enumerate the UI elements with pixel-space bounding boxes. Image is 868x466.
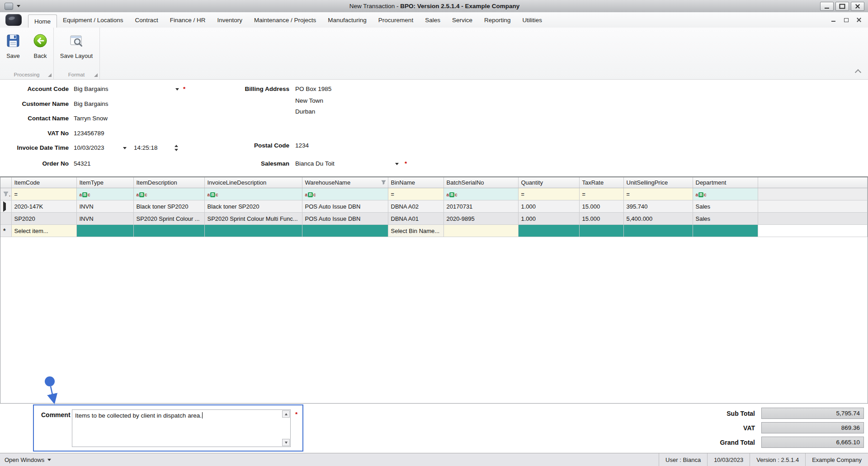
- doc-restore-button[interactable]: [844, 17, 849, 23]
- abc-filter-icon: aBc: [80, 192, 90, 197]
- new-row-item-cell[interactable]: Select item...: [11, 225, 76, 237]
- grid-cell[interactable]: DBNA A02: [388, 200, 443, 213]
- maximize-button[interactable]: [835, 2, 849, 11]
- billing-address-line3[interactable]: Durban: [295, 107, 315, 116]
- close-button[interactable]: [851, 2, 864, 11]
- back-button[interactable]: Back: [27, 32, 53, 61]
- tab-maintenance-projects[interactable]: Maintenance / Projects: [248, 12, 322, 28]
- tab-reporting[interactable]: Reporting: [478, 12, 517, 28]
- new-row-cell[interactable]: [133, 225, 204, 237]
- salesman-value[interactable]: Bianca Du Toit: [295, 159, 335, 168]
- col-header-warehousename[interactable]: WarehouseName: [302, 177, 388, 188]
- new-row-cell[interactable]: [302, 225, 388, 237]
- filter-funnel-icon[interactable]: [381, 180, 386, 185]
- filter-cell-unitsellingprice[interactable]: =: [623, 188, 693, 200]
- col-header-binname[interactable]: BinName: [388, 177, 443, 188]
- app-icon[interactable]: [5, 3, 13, 10]
- grid-cell[interactable]: 5,400.000: [623, 213, 693, 225]
- current-row-indicator: [0, 200, 11, 213]
- minimize-button[interactable]: [820, 2, 834, 11]
- tab-finance-hr[interactable]: Finance / HR: [164, 12, 212, 28]
- filter-cell-quantity[interactable]: =: [518, 188, 579, 200]
- col-header-batchserialno[interactable]: BatchSerialNo: [443, 177, 518, 188]
- grid-cell[interactable]: POS Auto Issue DBN: [302, 200, 388, 213]
- grid-cell[interactable]: INVN: [76, 213, 133, 225]
- new-row-cell[interactable]: [443, 225, 518, 237]
- new-row-cell[interactable]: [623, 225, 693, 237]
- grid-cell[interactable]: SP2020 Sprint Colour Multi Func...: [204, 213, 302, 225]
- filter-cell-invoicelinedescription[interactable]: aBc: [204, 188, 302, 200]
- grid-cell[interactable]: 20170731: [443, 200, 518, 213]
- grid-cell[interactable]: 395.740: [623, 200, 693, 213]
- save-layout-button[interactable]: Save Layout: [58, 32, 94, 61]
- save-button[interactable]: Save: [0, 32, 26, 61]
- filter-cell-binname[interactable]: =: [388, 188, 443, 200]
- tab-contract[interactable]: Contract: [129, 12, 164, 28]
- col-header-quantity[interactable]: Quantity: [518, 177, 579, 188]
- filter-cell-department[interactable]: aBc: [693, 188, 758, 200]
- col-header-itemdescription[interactable]: ItemDescription: [133, 177, 204, 188]
- doc-minimize-button[interactable]: [831, 17, 836, 23]
- vat-no-value[interactable]: 123456789: [74, 130, 104, 137]
- col-header-department[interactable]: Department: [693, 177, 758, 188]
- grid-cell[interactable]: 15.000: [579, 200, 623, 213]
- tab-procurement[interactable]: Procurement: [373, 12, 419, 28]
- new-row-bin-cell[interactable]: Select Bin Name...: [388, 225, 443, 237]
- grid-cell[interactable]: DBNA A01: [388, 213, 443, 225]
- comment-textarea[interactable]: Items to be collected by client in dispa…: [72, 409, 291, 447]
- grid-cell[interactable]: Black toner SP2020: [204, 200, 302, 213]
- tab-sales[interactable]: Sales: [419, 12, 446, 28]
- tab-inventory[interactable]: Inventory: [211, 12, 248, 28]
- grid-cell[interactable]: SP2020: [11, 213, 76, 225]
- group-label-format: Format: [68, 72, 85, 77]
- filter-cell-itemcode[interactable]: =: [11, 188, 76, 200]
- grid-cell[interactable]: 15.000: [579, 213, 623, 225]
- grid-cell[interactable]: POS Auto Issue DBN: [302, 213, 388, 225]
- dialog-launcher-icon[interactable]: [94, 73, 98, 77]
- grid-cell[interactable]: SP2020 Sprint Colour ...: [133, 213, 204, 225]
- grid-cell[interactable]: Black toner SP2020: [133, 200, 204, 213]
- salesman-dropdown-icon[interactable]: [395, 163, 399, 165]
- dialog-launcher-icon[interactable]: [48, 73, 52, 77]
- scroll-up-button[interactable]: [282, 410, 290, 418]
- col-header-itemcode[interactable]: ItemCode: [11, 177, 76, 188]
- billing-address-line1[interactable]: PO Box 1985: [295, 85, 331, 94]
- application-window: New Transaction - BPO: Version 2.5.1.4 -…: [0, 0, 868, 466]
- billing-address-line2[interactable]: New Town: [295, 96, 323, 105]
- filter-cell-warehousename[interactable]: aBc: [302, 188, 388, 200]
- col-header-itemtype[interactable]: ItemType: [76, 177, 133, 188]
- col-header-taxrate[interactable]: TaxRate: [579, 177, 623, 188]
- grid-cell[interactable]: Sales: [693, 213, 758, 225]
- grid-cell-empty: [758, 200, 868, 213]
- postal-code-value[interactable]: 1234: [295, 141, 309, 150]
- grid-cell[interactable]: 1.000: [518, 200, 579, 213]
- col-header-unitsellingprice[interactable]: UnitSellingPrice: [623, 177, 693, 188]
- grid-cell[interactable]: 1.000: [518, 213, 579, 225]
- vat-row: VAT 869.36: [720, 422, 864, 433]
- open-windows-button[interactable]: Open Windows: [0, 456, 51, 463]
- ribbon-collapse-button[interactable]: [854, 68, 862, 75]
- filter-cell-taxrate[interactable]: =: [579, 188, 623, 200]
- new-row-cell[interactable]: [579, 225, 623, 237]
- col-header-invoicelinedescription[interactable]: InvoiceLineDescription: [204, 177, 302, 188]
- tab-equipment-locations[interactable]: Equipment / Locations: [57, 12, 129, 28]
- grid-cell[interactable]: Sales: [693, 200, 758, 213]
- grid-cell[interactable]: 2020-9895: [443, 213, 518, 225]
- doc-close-button[interactable]: [856, 17, 862, 23]
- grid-cell[interactable]: 2020-147K: [11, 200, 76, 213]
- grid-cell[interactable]: INVN: [76, 200, 133, 213]
- funnel-icon: [3, 191, 9, 196]
- new-row-cell[interactable]: [693, 225, 758, 237]
- filter-cell-itemdescription[interactable]: aBc: [133, 188, 204, 200]
- tab-utilities[interactable]: Utilities: [516, 12, 548, 28]
- new-row-cell[interactable]: [204, 225, 302, 237]
- tab-manufacturing[interactable]: Manufacturing: [322, 12, 373, 28]
- filter-cell-itemtype[interactable]: aBc: [76, 188, 133, 200]
- tab-service[interactable]: Service: [446, 12, 478, 28]
- scroll-down-button[interactable]: [282, 439, 290, 446]
- new-row-cell[interactable]: [518, 225, 579, 237]
- filter-cell-batchserialno[interactable]: aBc: [443, 188, 518, 200]
- new-row-cell[interactable]: [76, 225, 133, 237]
- quick-access-caret-icon[interactable]: [17, 5, 20, 7]
- tab-home[interactable]: Home: [28, 14, 57, 28]
